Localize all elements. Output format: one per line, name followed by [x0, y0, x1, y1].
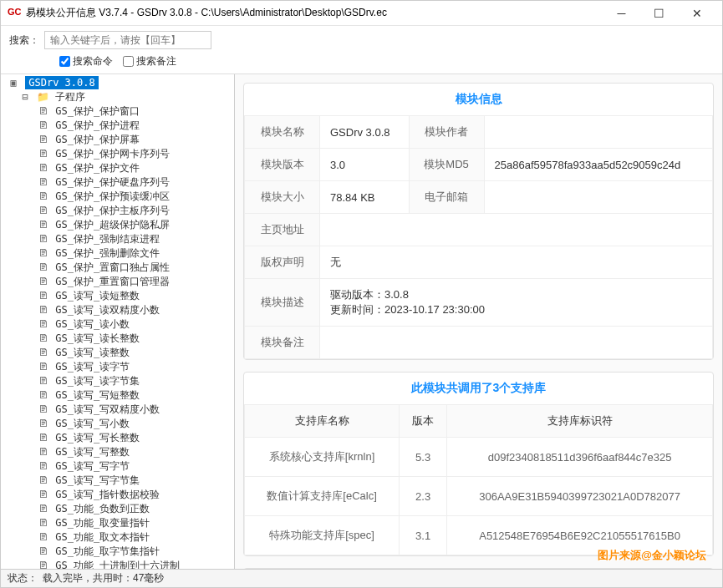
tree-item[interactable]: 🖹 GS_读写_写整数: [4, 445, 231, 459]
tree-item[interactable]: 🖹 GS_读写_读整数: [4, 346, 231, 360]
minimize-button[interactable]: ─: [603, 2, 640, 25]
doc-icon: 🖹: [38, 133, 49, 147]
tree-item[interactable]: 🖹 GS_读写_写字节: [4, 459, 231, 474]
doc-icon: 🖹: [38, 502, 49, 516]
tree-item[interactable]: 🖹 GS_保护_置窗口独占属性: [4, 261, 231, 275]
doc-icon: 🖹: [38, 403, 49, 417]
checkbox-search-remark[interactable]: 搜索备注: [123, 54, 176, 68]
tree-item[interactable]: 🖹 GS_保护_保护硬盘序列号: [4, 175, 231, 190]
doc-icon: 🖹: [38, 474, 49, 488]
doc-icon: 🖹: [38, 388, 49, 403]
folder-icon: ⊟: [19, 90, 31, 104]
tree-item[interactable]: 🖹 GS_读写_写字节集: [4, 474, 231, 488]
titlebar: GC 易模块公开信息 V3.7.4 - GSDrv 3.0.8 - C:\Use…: [1, 1, 722, 26]
tree-item[interactable]: 🖹 GS_读写_写双精度小数: [4, 403, 231, 417]
checkbox-search-remark-input[interactable]: [123, 56, 134, 67]
doc-icon: 🖹: [38, 459, 49, 474]
statusbar: 状态： 载入完毕，共用时：47毫秒: [1, 569, 722, 587]
checkbox-search-cmd[interactable]: 搜索命令: [59, 54, 113, 68]
doc-icon: 🖹: [38, 559, 49, 569]
folder-icon: 📁: [37, 91, 49, 103]
libs-panel: 此模块共调用了3个支持库 支持库名称 版本 支持库标识符 系统核心支持库[krn…: [243, 372, 714, 556]
doc-icon: 🖹: [38, 147, 49, 161]
table-row: 特殊功能支持库[spec]3.1A512548E76954B6E92C21055…: [245, 516, 713, 555]
doc-icon: 🖹: [38, 175, 49, 190]
tree-item[interactable]: 🖹 GS_保护_保护网卡序列号: [4, 147, 231, 161]
doc-icon: 🖹: [38, 204, 49, 218]
tree-item[interactable]: 🖹 GS_保护_超级保护隐私屏: [4, 218, 231, 232]
doc-icon: 🖹: [38, 317, 49, 332]
tree-item[interactable]: 🖹 GS_功能_负数到正数: [4, 502, 231, 516]
doc-icon: 🖹: [38, 119, 49, 133]
module-icon: ▣: [8, 76, 19, 90]
doc-icon: 🖹: [38, 360, 49, 374]
tree-item[interactable]: 🖹 GS_读写_读字节集: [4, 374, 231, 388]
doc-icon: 🖹: [38, 232, 49, 246]
tree-item[interactable]: 🖹 GS_功能_十进制到十六进制: [4, 559, 231, 569]
doc-icon: 🖹: [38, 516, 49, 530]
doc-icon: 🖹: [38, 374, 49, 388]
doc-icon: 🖹: [38, 261, 49, 275]
doc-icon: 🖹: [38, 431, 49, 445]
sidebar-tree[interactable]: ▣ GSDrv 3.0.8⊟ 📁 子程序🖹 GS_保护_保护窗口🖹 GS_保护_…: [1, 74, 235, 569]
tree-item[interactable]: 🖹 GS_保护_重置窗口管理器: [4, 275, 231, 289]
doc-icon: 🖹: [38, 303, 49, 317]
doc-icon: 🖹: [38, 218, 49, 232]
tree-item[interactable]: 🖹 GS_保护_保护预读缓冲区: [4, 190, 231, 204]
tree-item[interactable]: 🖹 GS_功能_取文本指针: [4, 530, 231, 545]
tree-item[interactable]: 🖹 GS_读写_写长整数: [4, 431, 231, 445]
tree-root[interactable]: GSDrv 3.0.8: [25, 76, 98, 89]
tree-item[interactable]: 🖹 GS_读写_指针数据校验: [4, 488, 231, 502]
search-label: 搜索：: [9, 33, 39, 48]
tree-item[interactable]: 🖹 GS_读写_读双精度小数: [4, 303, 231, 317]
status-label: 状态：: [8, 571, 38, 585]
doc-icon: 🖹: [38, 246, 49, 261]
table-row: 系统核心支持库[krnln]5.3d09f2340818511d396f6aaf…: [245, 438, 713, 477]
maximize-button[interactable]: ☐: [640, 2, 678, 25]
module-info-panel: 模块信息 模块名称 GSDrv 3.0.8 模块作者 模块版本 3.0 模块MD…: [243, 83, 714, 360]
search-input[interactable]: [44, 31, 211, 49]
tree-item[interactable]: 🖹 GS_读写_写小数: [4, 417, 231, 431]
doc-icon: 🖹: [38, 545, 49, 559]
tree-item[interactable]: 🖹 GS_保护_强制删除文件: [4, 246, 231, 261]
doc-icon: 🖹: [38, 289, 49, 303]
tree-item[interactable]: 🖹 GS_保护_强制结束进程: [4, 232, 231, 246]
libs-header: 此模块共调用了3个支持库: [244, 373, 713, 404]
doc-icon: 🖹: [38, 332, 49, 346]
app-icon: GC: [8, 7, 21, 20]
detail-panel[interactable]: 模块信息 模块名称 GSDrv 3.0.8 模块作者 模块版本 3.0 模块MD…: [235, 74, 722, 569]
tree-item[interactable]: 🖹 GS_保护_保护文件: [4, 161, 231, 175]
tree-item[interactable]: 🖹 GS_读写_读长整数: [4, 332, 231, 346]
tree-item[interactable]: 🖹 GS_读写_读短整数: [4, 289, 231, 303]
doc-icon: 🖹: [38, 417, 49, 431]
tree-item[interactable]: 🖹 GS_保护_保护进程: [4, 119, 231, 133]
tree-item[interactable]: 🖹 GS_读写_写短整数: [4, 388, 231, 403]
tree-item[interactable]: 🖹 GS_保护_保护屏幕: [4, 133, 231, 147]
doc-icon: 🖹: [38, 161, 49, 175]
tree-item[interactable]: 🖹 GS_读写_读字节: [4, 360, 231, 374]
doc-icon: 🖹: [38, 275, 49, 289]
status-text: 载入完毕，共用时：47毫秒: [43, 571, 164, 585]
tree-item[interactable]: 🖹 GS_保护_保护主板序列号: [4, 204, 231, 218]
tree-item[interactable]: 🖹 GS_功能_取变量指针: [4, 516, 231, 530]
tree-item[interactable]: 🖹 GS_保护_保护窗口: [4, 104, 231, 119]
doc-icon: 🖹: [38, 346, 49, 360]
doc-icon: 🖹: [38, 104, 49, 119]
doc-icon: 🖹: [38, 445, 49, 459]
tree-item[interactable]: 🖹 GS_功能_取字节集指针: [4, 545, 231, 559]
checkbox-search-cmd-input[interactable]: [59, 56, 70, 67]
tree-group[interactable]: ⊟ 📁 子程序: [4, 90, 231, 104]
close-button[interactable]: ✕: [678, 2, 715, 25]
module-info-header: 模块信息: [244, 84, 713, 115]
search-row: 搜索：: [1, 26, 722, 54]
tree-item[interactable]: 🖹 GS_读写_读小数: [4, 317, 231, 332]
doc-icon: 🖹: [38, 530, 49, 545]
doc-icon: 🖹: [38, 190, 49, 204]
doc-icon: 🖹: [38, 488, 49, 502]
window-title: 易模块公开信息 V3.7.4 - GSDrv 3.0.8 - C:\Users\…: [26, 6, 603, 20]
table-row: 数值计算支持库[eCalc]2.3306AA9E31B5940399723021…: [245, 477, 713, 516]
